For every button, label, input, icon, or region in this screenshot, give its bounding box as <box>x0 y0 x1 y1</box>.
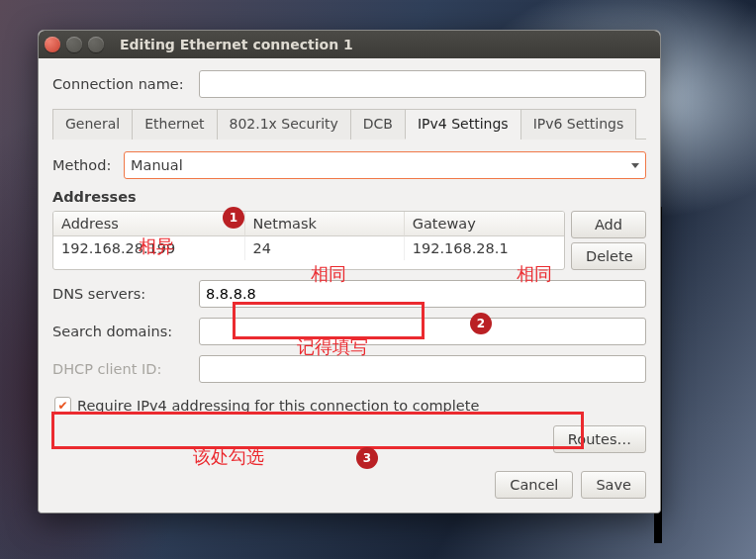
require-ipv4-label[interactable]: Require IPv4 addressing for this connect… <box>77 398 479 414</box>
save-button[interactable]: Save <box>581 471 646 499</box>
tab-general[interactable]: General <box>52 109 133 140</box>
cancel-button[interactable]: Cancel <box>495 471 573 499</box>
tab-ipv6-settings[interactable]: IPv6 Settings <box>520 109 637 140</box>
cell-address[interactable]: 192.168.28.199 <box>53 236 245 260</box>
method-label: Method: <box>52 157 124 173</box>
search-domains-input[interactable] <box>199 318 646 345</box>
col-gateway[interactable]: Gateway <box>405 212 564 236</box>
close-icon[interactable] <box>45 37 60 52</box>
connection-name-input[interactable] <box>199 70 646 98</box>
dialog-content: Connection name: General Ethernet 802.1x… <box>39 58 660 512</box>
tab-8021x[interactable]: 802.1x Security <box>217 109 351 140</box>
cell-netmask[interactable]: 24 <box>245 236 405 260</box>
dialog-window: Editing Ethernet connection 1 Connection… <box>38 30 661 513</box>
dns-servers-input[interactable] <box>199 280 646 308</box>
tab-dcb[interactable]: DCB <box>350 109 406 140</box>
cell-gateway[interactable]: 192.168.28.1 <box>405 236 564 260</box>
add-button[interactable]: Add <box>571 211 646 238</box>
tab-ethernet[interactable]: Ethernet <box>132 109 217 140</box>
addresses-table[interactable]: Address Netmask Gateway 192.168.28.199 2… <box>52 211 565 270</box>
delete-button[interactable]: Delete <box>571 242 646 270</box>
routes-button[interactable]: Routes… <box>553 425 646 453</box>
col-address[interactable]: Address <box>53 212 245 236</box>
method-select[interactable]: Manual <box>124 151 646 179</box>
chevron-down-icon <box>631 163 639 168</box>
tab-ipv4-settings[interactable]: IPv4 Settings <box>405 109 521 140</box>
dhcp-client-id-input <box>199 355 646 383</box>
search-domains-label: Search domains: <box>52 324 199 339</box>
dns-servers-label: DNS servers: <box>52 286 199 302</box>
dhcp-client-id-label: DHCP client ID: <box>52 361 199 377</box>
maximize-icon[interactable] <box>88 37 104 52</box>
connection-name-label: Connection name: <box>52 76 199 92</box>
method-value: Manual <box>131 157 183 173</box>
minimize-icon[interactable] <box>66 37 82 52</box>
addresses-heading: Addresses <box>52 189 646 205</box>
window-title: Editing Ethernet connection 1 <box>120 37 353 52</box>
tab-bar: General Ethernet 802.1x Security DCB IPv… <box>52 108 646 140</box>
col-netmask[interactable]: Netmask <box>245 212 405 236</box>
titlebar[interactable]: Editing Ethernet connection 1 <box>39 31 660 58</box>
table-row[interactable]: 192.168.28.199 24 192.168.28.1 <box>53 236 564 260</box>
require-ipv4-checkbox[interactable] <box>54 397 71 414</box>
